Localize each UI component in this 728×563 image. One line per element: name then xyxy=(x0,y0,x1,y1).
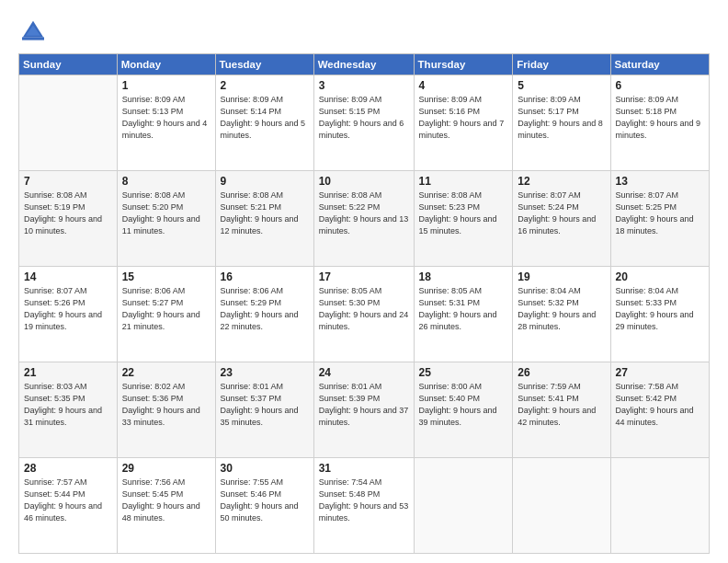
calendar-cell: 28Sunrise: 7:57 AMSunset: 5:44 PMDayligh… xyxy=(19,458,118,554)
calendar-cell: 12Sunrise: 8:07 AMSunset: 5:24 PMDayligh… xyxy=(513,171,610,267)
day-info: Sunrise: 8:08 AMSunset: 5:19 PMDaylight:… xyxy=(24,190,112,237)
day-info: Sunrise: 8:09 AMSunset: 5:18 PMDaylight:… xyxy=(616,94,705,142)
day-number: 23 xyxy=(221,366,309,379)
day-info: Sunrise: 8:09 AMSunset: 5:17 PMDaylight:… xyxy=(518,94,605,142)
day-number: 4 xyxy=(419,79,508,92)
header xyxy=(18,17,710,46)
day-info: Sunrise: 8:09 AMSunset: 5:14 PMDaylight:… xyxy=(221,94,309,142)
day-info: Sunrise: 7:55 AMSunset: 5:46 PMDaylight:… xyxy=(221,477,309,524)
calendar-week-row: 14Sunrise: 8:07 AMSunset: 5:26 PMDayligh… xyxy=(19,267,710,362)
day-number: 16 xyxy=(221,270,309,283)
day-number: 13 xyxy=(616,175,705,188)
day-number: 18 xyxy=(419,270,508,283)
page: SundayMondayTuesdayWednesdayThursdayFrid… xyxy=(0,0,728,563)
day-info: Sunrise: 8:06 AMSunset: 5:29 PMDaylight:… xyxy=(221,285,309,333)
day-number: 8 xyxy=(122,175,210,188)
calendar-cell: 21Sunrise: 8:03 AMSunset: 5:35 PMDayligh… xyxy=(19,362,118,458)
day-info: Sunrise: 8:07 AMSunset: 5:25 PMDaylight:… xyxy=(616,190,705,237)
day-number: 24 xyxy=(319,366,409,379)
calendar-cell: 15Sunrise: 8:06 AMSunset: 5:27 PMDayligh… xyxy=(117,267,215,362)
day-info: Sunrise: 8:09 AMSunset: 5:16 PMDaylight:… xyxy=(419,94,508,142)
day-info: Sunrise: 8:08 AMSunset: 5:20 PMDaylight:… xyxy=(122,190,210,237)
day-info: Sunrise: 7:54 AMSunset: 5:48 PMDaylight:… xyxy=(319,477,409,524)
day-number: 28 xyxy=(24,462,112,475)
calendar-table: SundayMondayTuesdayWednesdayThursdayFrid… xyxy=(18,53,710,554)
calendar-cell: 26Sunrise: 7:59 AMSunset: 5:41 PMDayligh… xyxy=(513,362,610,458)
day-number: 27 xyxy=(616,366,705,379)
day-number: 12 xyxy=(518,175,605,188)
calendar-cell: 22Sunrise: 8:02 AMSunset: 5:36 PMDayligh… xyxy=(117,362,215,458)
weekday-header-tuesday: Tuesday xyxy=(215,54,313,75)
day-number: 5 xyxy=(518,79,605,92)
day-number: 6 xyxy=(616,79,705,92)
day-number: 9 xyxy=(221,175,309,188)
calendar-cell: 3Sunrise: 8:09 AMSunset: 5:15 PMDaylight… xyxy=(313,75,414,171)
calendar-cell xyxy=(513,458,610,554)
calendar-cell: 16Sunrise: 8:06 AMSunset: 5:29 PMDayligh… xyxy=(215,267,313,362)
calendar-cell: 14Sunrise: 8:07 AMSunset: 5:26 PMDayligh… xyxy=(19,267,118,362)
day-number: 3 xyxy=(319,79,409,92)
calendar-cell: 9Sunrise: 8:08 AMSunset: 5:21 PMDaylight… xyxy=(215,171,313,267)
day-info: Sunrise: 7:56 AMSunset: 5:45 PMDaylight:… xyxy=(122,477,210,524)
day-number: 11 xyxy=(419,175,508,188)
day-number: 7 xyxy=(24,175,112,188)
calendar-cell: 23Sunrise: 8:01 AMSunset: 5:37 PMDayligh… xyxy=(215,362,313,458)
day-info: Sunrise: 7:57 AMSunset: 5:44 PMDaylight:… xyxy=(24,477,112,524)
calendar-cell: 4Sunrise: 8:09 AMSunset: 5:16 PMDaylight… xyxy=(414,75,513,171)
calendar-cell: 11Sunrise: 8:08 AMSunset: 5:23 PMDayligh… xyxy=(414,171,513,267)
calendar-cell: 1Sunrise: 8:09 AMSunset: 5:13 PMDaylight… xyxy=(117,75,215,171)
weekday-header-monday: Monday xyxy=(117,54,215,75)
weekday-header-saturday: Saturday xyxy=(610,54,710,75)
day-number: 20 xyxy=(616,270,705,283)
day-info: Sunrise: 8:02 AMSunset: 5:36 PMDaylight:… xyxy=(122,381,210,429)
calendar-cell: 17Sunrise: 8:05 AMSunset: 5:30 PMDayligh… xyxy=(313,267,414,362)
calendar-cell: 10Sunrise: 8:08 AMSunset: 5:22 PMDayligh… xyxy=(313,171,414,267)
svg-rect-2 xyxy=(22,37,44,40)
calendar-cell: 31Sunrise: 7:54 AMSunset: 5:48 PMDayligh… xyxy=(313,458,414,554)
weekday-header-sunday: Sunday xyxy=(19,54,118,75)
calendar-cell xyxy=(414,458,513,554)
day-info: Sunrise: 8:07 AMSunset: 5:26 PMDaylight:… xyxy=(24,285,112,333)
calendar-cell: 19Sunrise: 8:04 AMSunset: 5:32 PMDayligh… xyxy=(513,267,610,362)
day-number: 1 xyxy=(122,79,210,92)
day-number: 30 xyxy=(221,462,309,475)
calendar-cell: 5Sunrise: 8:09 AMSunset: 5:17 PMDaylight… xyxy=(513,75,610,171)
day-number: 22 xyxy=(122,366,210,379)
calendar-cell xyxy=(610,458,710,554)
weekday-header-friday: Friday xyxy=(513,54,610,75)
day-info: Sunrise: 8:00 AMSunset: 5:40 PMDaylight:… xyxy=(419,381,508,429)
day-number: 21 xyxy=(24,366,112,379)
day-info: Sunrise: 7:58 AMSunset: 5:42 PMDaylight:… xyxy=(616,381,705,429)
day-number: 10 xyxy=(319,175,409,188)
calendar-cell: 7Sunrise: 8:08 AMSunset: 5:19 PMDaylight… xyxy=(19,171,118,267)
day-info: Sunrise: 8:03 AMSunset: 5:35 PMDaylight:… xyxy=(24,381,112,429)
calendar-cell: 8Sunrise: 8:08 AMSunset: 5:20 PMDaylight… xyxy=(117,171,215,267)
calendar-cell: 30Sunrise: 7:55 AMSunset: 5:46 PMDayligh… xyxy=(215,458,313,554)
day-info: Sunrise: 8:09 AMSunset: 5:15 PMDaylight:… xyxy=(319,94,409,142)
day-info: Sunrise: 8:07 AMSunset: 5:24 PMDaylight:… xyxy=(518,190,605,237)
calendar-cell: 27Sunrise: 7:58 AMSunset: 5:42 PMDayligh… xyxy=(610,362,710,458)
calendar-cell: 20Sunrise: 8:04 AMSunset: 5:33 PMDayligh… xyxy=(610,267,710,362)
weekday-header-thursday: Thursday xyxy=(414,54,513,75)
day-info: Sunrise: 8:05 AMSunset: 5:31 PMDaylight:… xyxy=(419,285,508,333)
day-info: Sunrise: 8:08 AMSunset: 5:22 PMDaylight:… xyxy=(319,190,409,237)
day-number: 26 xyxy=(518,366,605,379)
calendar-week-row: 7Sunrise: 8:08 AMSunset: 5:19 PMDaylight… xyxy=(19,171,710,267)
day-info: Sunrise: 7:59 AMSunset: 5:41 PMDaylight:… xyxy=(518,381,605,429)
day-info: Sunrise: 8:08 AMSunset: 5:23 PMDaylight:… xyxy=(419,190,508,237)
day-number: 17 xyxy=(319,270,409,283)
day-info: Sunrise: 8:08 AMSunset: 5:21 PMDaylight:… xyxy=(221,190,309,237)
day-number: 29 xyxy=(122,462,210,475)
day-number: 25 xyxy=(419,366,508,379)
day-number: 14 xyxy=(24,270,112,283)
day-number: 15 xyxy=(122,270,210,283)
logo-icon xyxy=(18,17,48,46)
calendar-cell: 18Sunrise: 8:05 AMSunset: 5:31 PMDayligh… xyxy=(414,267,513,362)
calendar-cell: 29Sunrise: 7:56 AMSunset: 5:45 PMDayligh… xyxy=(117,458,215,554)
calendar-cell: 13Sunrise: 8:07 AMSunset: 5:25 PMDayligh… xyxy=(610,171,710,267)
calendar-cell: 2Sunrise: 8:09 AMSunset: 5:14 PMDaylight… xyxy=(215,75,313,171)
calendar-cell: 25Sunrise: 8:00 AMSunset: 5:40 PMDayligh… xyxy=(414,362,513,458)
day-info: Sunrise: 8:01 AMSunset: 5:39 PMDaylight:… xyxy=(319,381,409,429)
day-number: 2 xyxy=(221,79,309,92)
calendar-week-row: 1Sunrise: 8:09 AMSunset: 5:13 PMDaylight… xyxy=(19,75,710,171)
